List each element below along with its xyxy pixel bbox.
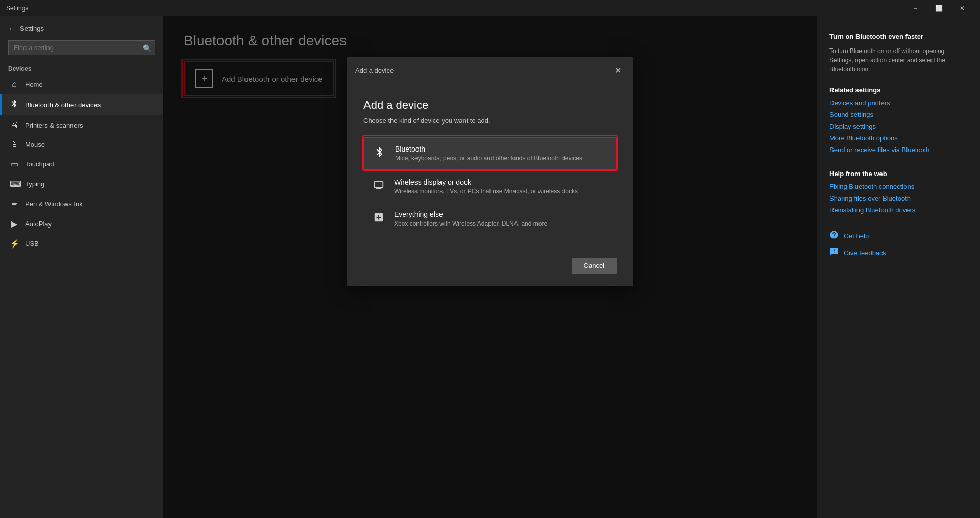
sidebar-item-bluetooth-label: Bluetooth & other devices xyxy=(25,101,101,109)
bluetooth-option-desc: Mice, keyboards, pens, or audio and othe… xyxy=(395,155,607,162)
sidebar-item-pen-label: Pen & Windows Ink xyxy=(25,200,83,208)
pen-icon: ✒ xyxy=(10,199,19,209)
back-button[interactable]: ← Settings xyxy=(0,20,163,36)
titlebar-controls: − ⬜ ✕ xyxy=(903,0,974,16)
sidebar-item-touchpad-label: Touchpad xyxy=(25,160,54,168)
sidebar-item-home-label: Home xyxy=(25,81,43,88)
modal-close-button[interactable]: ✕ xyxy=(610,63,625,78)
device-option-everything[interactable]: Everything else Xbox controllers with Wi… xyxy=(363,203,617,234)
sidebar-item-usb-label: USB xyxy=(25,240,39,248)
link-fixing-bt[interactable]: Fixing Bluetooth connections xyxy=(829,183,968,190)
sidebar-item-pen[interactable]: ✒ Pen & Windows Ink xyxy=(0,194,163,214)
maximize-button[interactable]: ⬜ xyxy=(927,0,950,16)
help-actions: Get help Give feedback xyxy=(829,230,968,259)
app-body: ← Settings 🔍 Devices ⌂ Home Bluetooth & … xyxy=(0,16,980,518)
sidebar-item-usb[interactable]: ⚡ USB xyxy=(0,234,163,254)
mouse-icon: 🖱 xyxy=(10,140,19,149)
add-device-modal: Add a device ✕ Add a device Choose the k… xyxy=(347,57,633,286)
cancel-button[interactable]: Cancel xyxy=(572,258,617,274)
give-feedback-icon xyxy=(829,247,839,259)
titlebar-title: Settings xyxy=(6,5,28,12)
autoplay-icon: ▶ xyxy=(10,219,19,229)
link-sound-settings[interactable]: Sound settings xyxy=(829,111,968,118)
bluetooth-option-icon xyxy=(373,146,387,161)
sidebar-section-label: Devices xyxy=(0,59,163,75)
device-option-bluetooth[interactable]: Bluetooth Mice, keyboards, pens, or audi… xyxy=(363,137,617,170)
search-container: 🔍 xyxy=(8,40,155,55)
wireless-option-desc: Wireless monitors, TVs, or PCs that use … xyxy=(394,188,608,195)
home-icon: ⌂ xyxy=(10,80,19,89)
link-display-settings[interactable]: Display settings xyxy=(829,122,968,130)
modal-overlay: Add a device ✕ Add a device Choose the k… xyxy=(163,16,817,518)
titlebar: Settings − ⬜ ✕ xyxy=(0,0,980,16)
everything-option-text: Everything else Xbox controllers with Wi… xyxy=(394,210,608,227)
modal-heading: Add a device xyxy=(363,98,617,112)
related-settings-title: Related settings xyxy=(829,86,968,94)
sidebar-item-mouse-label: Mouse xyxy=(25,141,45,149)
plus-option-icon xyxy=(372,212,386,226)
sidebar-item-autoplay-label: AutoPlay xyxy=(25,220,52,228)
main-content: Bluetooth & other devices + Add Bluetoot… xyxy=(163,16,817,518)
usb-icon: ⚡ xyxy=(10,239,19,249)
search-input[interactable] xyxy=(8,40,155,55)
modal-header-title: Add a device xyxy=(355,67,394,75)
minimize-button[interactable]: − xyxy=(903,0,927,16)
help-section: Help from the web Fixing Bluetooth conne… xyxy=(829,170,968,214)
modal-subtitle: Choose the kind of device you want to ad… xyxy=(363,117,617,125)
give-feedback-label[interactable]: Give feedback xyxy=(844,249,886,257)
sidebar-item-printers[interactable]: 🖨 Printers & scanners xyxy=(0,115,163,135)
typing-icon: ⌨ xyxy=(10,179,19,189)
link-devices-printers[interactable]: Devices and printers xyxy=(829,99,968,107)
bluetooth-option-text: Bluetooth Mice, keyboards, pens, or audi… xyxy=(395,145,607,162)
everything-option-desc: Xbox controllers with Wireless Adapter, … xyxy=(394,220,608,227)
wireless-option-text: Wireless display or dock Wireless monito… xyxy=(394,178,608,195)
link-send-receive[interactable]: Send or receive files via Bluetooth xyxy=(829,146,968,154)
sidebar-item-home[interactable]: ⌂ Home xyxy=(0,75,163,94)
sidebar: ← Settings 🔍 Devices ⌂ Home Bluetooth & … xyxy=(0,16,163,518)
get-help-label[interactable]: Get help xyxy=(844,232,869,240)
modal-header: Add a device ✕ xyxy=(347,57,633,84)
back-label: Settings xyxy=(20,24,44,32)
printers-icon: 🖨 xyxy=(10,120,19,130)
device-option-wireless[interactable]: Wireless display or dock Wireless monito… xyxy=(363,171,617,202)
search-icon: 🔍 xyxy=(143,44,151,52)
monitor-icon xyxy=(372,180,386,193)
everything-option-title: Everything else xyxy=(394,210,608,218)
wireless-option-title: Wireless display or dock xyxy=(394,178,608,186)
close-button[interactable]: ✕ xyxy=(950,0,974,16)
link-sharing-bt[interactable]: Sharing files over Bluetooth xyxy=(829,194,968,202)
get-help-item[interactable]: Get help xyxy=(829,230,968,242)
modal-body: Add a device Choose the kind of device y… xyxy=(347,84,633,250)
sidebar-item-touchpad[interactable]: ▭ Touchpad xyxy=(0,154,163,174)
sidebar-item-typing-label: Typing xyxy=(25,180,44,188)
right-panel: Turn on Bluetooth even faster To turn Bl… xyxy=(817,16,980,518)
tip-title: Turn on Bluetooth even faster xyxy=(829,33,968,40)
sidebar-item-mouse[interactable]: 🖱 Mouse xyxy=(0,135,163,154)
touchpad-icon: ▭ xyxy=(10,159,19,169)
get-help-icon xyxy=(829,230,839,242)
modal-footer: Cancel xyxy=(347,250,633,286)
link-reinstalling-bt[interactable]: Reinstalling Bluetooth drivers xyxy=(829,206,968,214)
back-icon: ← xyxy=(8,24,15,32)
sidebar-item-printers-label: Printers & scanners xyxy=(25,121,83,129)
help-title: Help from the web xyxy=(829,170,968,178)
sidebar-item-typing[interactable]: ⌨ Typing xyxy=(0,174,163,194)
tip-description: To turn Bluetooth on or off without open… xyxy=(829,46,968,74)
give-feedback-item[interactable]: Give feedback xyxy=(829,247,968,259)
bluetooth-option-title: Bluetooth xyxy=(395,145,607,153)
bluetooth-sidebar-icon xyxy=(10,99,19,110)
sidebar-item-bluetooth[interactable]: Bluetooth & other devices xyxy=(0,94,163,115)
sidebar-item-autoplay[interactable]: ▶ AutoPlay xyxy=(0,214,163,234)
link-more-bluetooth[interactable]: More Bluetooth options xyxy=(829,134,968,142)
